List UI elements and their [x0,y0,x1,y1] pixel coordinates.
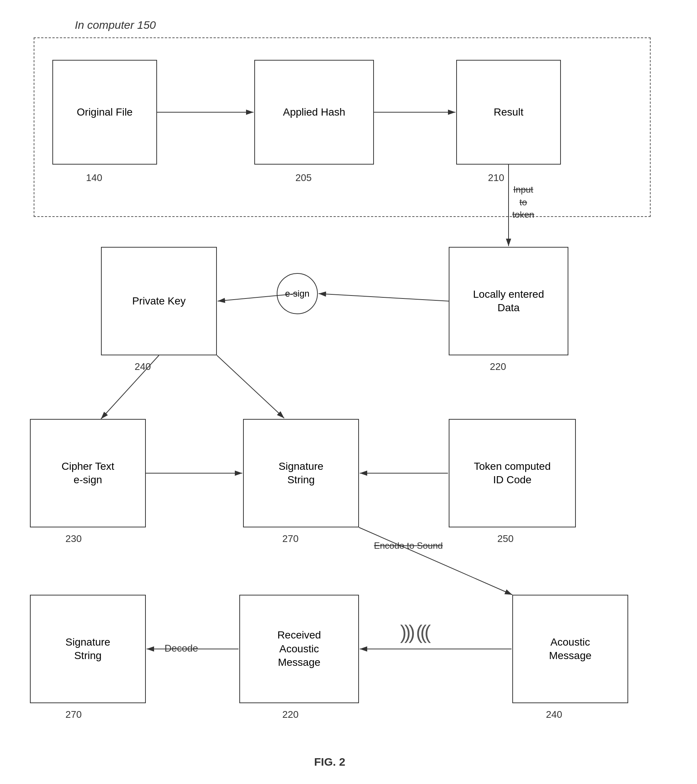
received-acoustic-box: ReceivedAcousticMessage [239,595,359,703]
signature-string-bot-box: SignatureString [30,595,146,703]
diagram-container: In computer 150 Original File 140 Applie… [0,0,697,784]
arrow-locally-to-esign [319,294,449,301]
cipher-text-label: Cipher Texte-sign [61,460,114,487]
token-computed-box: Token computedID Code [449,419,576,527]
decode-text: Decode [164,642,198,654]
token-computed-label: Token computedID Code [474,460,551,487]
fig-label: FIG. 2 [314,756,345,768]
sound-waves: ))) ((( [400,621,429,643]
locally-entered-data-number: 220 [490,361,506,372]
cipher-text-number: 230 [66,533,82,545]
acoustic-message-number: 240 [546,709,562,720]
acoustic-message-label: AcousticMessage [549,636,592,663]
arrow-sig-to-acoustic [359,527,512,595]
token-computed-number: 250 [497,533,513,545]
input-to-token-label: Inputtotoken [512,183,534,221]
original-file-label: Original File [77,105,132,119]
applied-hash-box: Applied Hash [254,60,374,165]
signature-string-mid-label: SignatureString [279,460,324,487]
result-number: 210 [488,172,504,184]
arrow-privatekey-to-sig [217,355,284,418]
signature-string-mid-number: 270 [282,533,298,545]
received-acoustic-number: 220 [282,709,298,720]
esign-label: e-sign [285,288,309,299]
input-to-token-text: Inputtotoken [512,184,534,219]
encode-to-sound-label: Encode to Sound [374,540,443,551]
signature-string-bot-label: SignatureString [66,636,110,663]
result-box: Result [456,60,561,165]
received-acoustic-label: ReceivedAcousticMessage [278,628,321,669]
applied-hash-number: 205 [296,172,311,184]
result-label: Result [493,105,523,119]
private-key-box: Private Key [101,247,217,355]
applied-hash-label: Applied Hash [283,105,345,119]
private-key-number: 240 [135,361,151,372]
esign-circle: e-sign [277,273,318,314]
decode-label: Decode [164,642,198,654]
acoustic-message-box: AcousticMessage [512,595,628,703]
original-file-number: 140 [86,172,102,184]
locally-entered-data-box: Locally enteredData [449,247,568,355]
page-title: In computer 150 [75,19,156,31]
locally-entered-data-label: Locally enteredData [473,288,544,315]
cipher-text-box: Cipher Texte-sign [30,419,146,527]
original-file-box: Original File [53,60,157,165]
private-key-label: Private Key [132,294,186,308]
encode-to-sound-text: Encode to Sound [374,540,443,550]
signature-string-mid-box: SignatureString [243,419,359,527]
signature-string-bot-number: 270 [66,709,82,720]
